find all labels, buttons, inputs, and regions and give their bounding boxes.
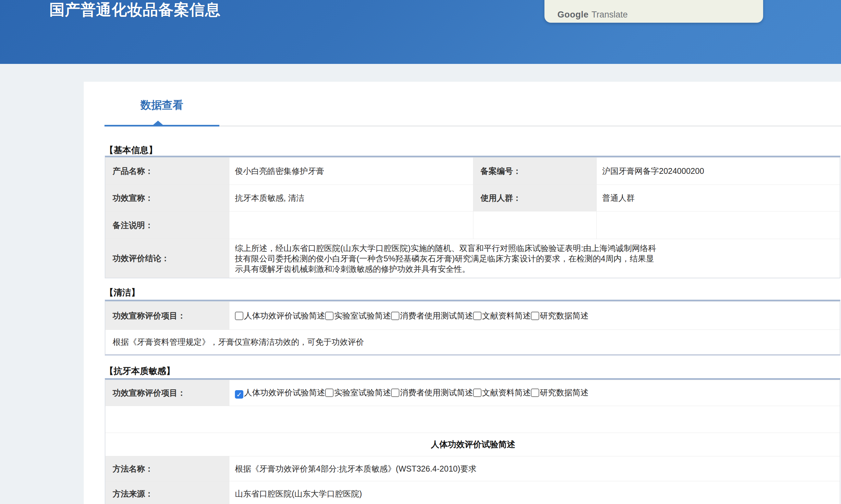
- tab-data-view[interactable]: 数据查看: [105, 98, 219, 112]
- cleaning-table: 功效宣称评价项目： 人体功效评价试验简述实验室试验简述消费者使用测试简述文献资料…: [105, 300, 840, 356]
- clean-lab-test-checkbox[interactable]: [325, 312, 334, 320]
- clean-human-efficacy-trial-checkbox-label: 人体功效评价试验简述: [244, 311, 325, 320]
- efficacy-claim-label: 功效宣称：: [105, 185, 229, 212]
- clean-lab-test-checkbox-item: 实验室试验简述: [325, 311, 391, 320]
- clean-research-data-checkbox[interactable]: [531, 312, 539, 320]
- empty-cell: [105, 406, 840, 433]
- remark-value: [229, 212, 473, 239]
- table-row: 功效评价结论： 综上所述，经山东省口腔医院(山东大学口腔医院)实施的随机、双盲和…: [105, 239, 840, 278]
- evaluation-conclusion-label: 功效评价结论：: [105, 239, 229, 278]
- anti-lab-test-checkbox[interactable]: [325, 389, 334, 397]
- section-title-anti-sensitivity: 【抗牙本质敏感】: [105, 365, 175, 377]
- clean-consumer-test-checkbox-item: 消费者使用测试简述: [391, 311, 473, 320]
- target-users-label: 使用人群：: [473, 185, 597, 212]
- tab-active-caret-icon: [153, 121, 163, 125]
- table-row: 功效宣称评价项目： 人体功效评价试验简述实验室试验简述消费者使用测试简述文献资料…: [105, 302, 840, 330]
- table-row: 人体功效评价试验简述: [105, 433, 840, 456]
- page-header-banner: 国产普通化妆品备案信息 GoogleTranslate: [0, 0, 841, 64]
- page-title: 国产普通化妆品备案信息: [49, 0, 221, 19]
- table-row: [105, 406, 840, 433]
- efficacy-claim-value: 抗牙本质敏感, 清洁: [229, 185, 473, 212]
- anti-research-data-checkbox-label: 研究数据简述: [540, 388, 589, 397]
- filing-number-value: 沪国牙膏网备字2024000200: [597, 158, 840, 185]
- section-title-cleaning: 【清洁】: [105, 287, 140, 299]
- section-title-basic-info: 【基本信息】: [105, 144, 157, 156]
- clean-consumer-test-checkbox[interactable]: [391, 312, 399, 320]
- method-source-value: 山东省口腔医院(山东大学口腔医院): [229, 481, 840, 504]
- table-row: 产品名称： 俊小白亮皓密集修护牙膏 备案编号： 沪国牙膏网备字202400020…: [105, 158, 840, 185]
- anti-sensitivity-checkbox-row: ✓人体功效评价试验简述实验室试验简述消费者使用测试简述文献资料简述研究数据简述: [229, 380, 840, 406]
- anti-research-data-checkbox-item: 研究数据简述: [531, 388, 589, 397]
- anti-consumer-test-checkbox-label: 消费者使用测试简述: [400, 388, 473, 397]
- remark-label: 备注说明：: [105, 212, 229, 239]
- anti-lab-test-checkbox-item: 实验室试验简述: [325, 388, 391, 397]
- product-name-label: 产品名称：: [105, 158, 229, 185]
- filing-number-label: 备案编号：: [473, 158, 597, 185]
- translate-label: Translate: [591, 10, 628, 19]
- table-row: 功效宣称评价项目： ✓人体功效评价试验简述实验室试验简述消费者使用测试简述文献资…: [105, 380, 840, 406]
- anti-consumer-test-checkbox[interactable]: [391, 389, 399, 397]
- anti-literature-checkbox-label: 文献资料简述: [482, 388, 531, 397]
- claim-evaluation-items-label: 功效宣称评价项目：: [105, 380, 229, 406]
- clean-human-efficacy-trial-checkbox-item: 人体功效评价试验简述: [235, 311, 325, 320]
- table-row: 根据《牙膏资料管理规定》，牙膏仅宣称清洁功效的，可免于功效评价: [105, 330, 840, 355]
- clean-consumer-test-checkbox-label: 消费者使用测试简述: [400, 311, 473, 320]
- google-translate-widget[interactable]: GoogleTranslate: [544, 0, 763, 23]
- table-row: 备注说明：: [105, 212, 840, 239]
- tab-active-underline: [105, 125, 219, 126]
- evaluation-conclusion-value: 综上所述，经山东省口腔医院(山东大学口腔医院)实施的随机、双盲和平行对照临床试验…: [229, 239, 840, 278]
- basic-info-table: 产品名称： 俊小白亮皓密集修护牙膏 备案编号： 沪国牙膏网备字202400020…: [105, 156, 840, 278]
- clean-lab-test-checkbox-label: 实验室试验简述: [334, 311, 391, 320]
- anti-sensitivity-table: 功效宣称评价项目： ✓人体功效评价试验简述实验室试验简述消费者使用测试简述文献资…: [105, 378, 840, 504]
- google-translate-text: GoogleTranslate: [557, 10, 628, 20]
- google-logo-text: Google: [557, 10, 589, 19]
- clean-literature-checkbox-label: 文献资料简述: [482, 311, 531, 320]
- anti-research-data-checkbox[interactable]: [531, 389, 539, 397]
- anti-human-efficacy-trial-checkbox-item: ✓人体功效评价试验简述: [235, 388, 325, 397]
- product-name-value: 俊小白亮皓密集修护牙膏: [229, 158, 473, 185]
- anti-literature-checkbox-item: 文献资料简述: [473, 388, 531, 397]
- anti-human-efficacy-trial-checkbox[interactable]: ✓: [235, 390, 243, 399]
- table-row: 功效宣称： 抗牙本质敏感, 清洁 使用人群： 普通人群: [105, 185, 840, 212]
- table-row: 方法来源： 山东省口腔医院(山东大学口腔医院): [105, 481, 840, 504]
- target-users-value: 普通人群: [597, 185, 840, 212]
- clean-research-data-checkbox-item: 研究数据简述: [531, 311, 589, 320]
- anti-lab-test-checkbox-label: 实验室试验简述: [334, 388, 391, 397]
- method-name-label: 方法名称：: [105, 456, 229, 481]
- cleaning-exemption-note: 根据《牙膏资料管理规定》，牙膏仅宣称清洁功效的，可免于功效评价: [105, 330, 840, 355]
- human-efficacy-trial-subsection-title: 人体功效评价试验简述: [105, 433, 840, 456]
- method-source-label: 方法来源：: [105, 481, 229, 504]
- empty-cell: [473, 212, 597, 239]
- clean-literature-checkbox[interactable]: [473, 312, 482, 320]
- method-name-value: 根据《牙膏功效评价第4部分:抗牙本质敏感》(WST326.4-2010)要求: [229, 456, 840, 481]
- tab-bar-divider: [219, 126, 841, 126]
- anti-literature-checkbox[interactable]: [473, 389, 482, 397]
- cleaning-checkbox-row: 人体功效评价试验简述实验室试验简述消费者使用测试简述文献资料简述研究数据简述: [229, 302, 840, 330]
- anti-human-efficacy-trial-checkbox-label: 人体功效评价试验简述: [244, 388, 325, 397]
- content-card: 数据查看 【基本信息】 产品名称： 俊小白亮皓密集修护牙膏 备案编号： 沪国牙膏…: [84, 82, 841, 504]
- clean-human-efficacy-trial-checkbox[interactable]: [235, 312, 243, 320]
- clean-research-data-checkbox-label: 研究数据简述: [540, 311, 589, 320]
- empty-cell: [597, 212, 840, 239]
- claim-evaluation-items-label: 功效宣称评价项目：: [105, 302, 229, 330]
- table-row: 方法名称： 根据《牙膏功效评价第4部分:抗牙本质敏感》(WST326.4-201…: [105, 456, 840, 481]
- clean-literature-checkbox-item: 文献资料简述: [473, 311, 531, 320]
- anti-consumer-test-checkbox-item: 消费者使用测试简述: [391, 388, 473, 397]
